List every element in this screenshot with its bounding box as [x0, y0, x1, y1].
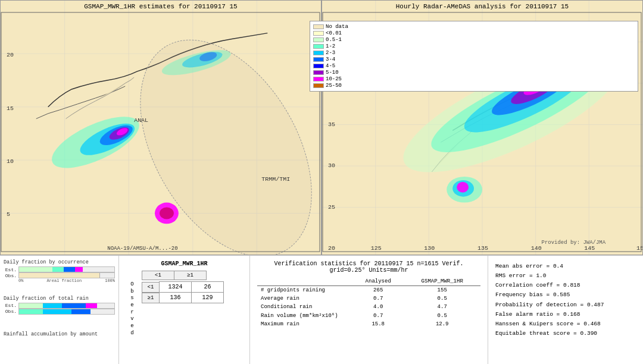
- verif-row-label-2: Conditional rain: [257, 303, 352, 311]
- verif-row-label-4: Maximum rain: [257, 320, 352, 328]
- total-rain-title: Daily fraction of total rain: [4, 296, 115, 302]
- verif-analysed-4: 15.8: [352, 320, 404, 328]
- verif-row-label-1: Average rain: [257, 294, 352, 303]
- est-bar-blue: [64, 267, 75, 272]
- observed-label: Observed: [124, 281, 141, 337]
- legend-001: <0.01: [313, 30, 635, 36]
- legend-color-5-10: [313, 70, 324, 75]
- cell-26: 26: [191, 281, 224, 293]
- legend-color-001: [313, 31, 324, 36]
- col-header-ge1: ≥1: [174, 271, 207, 280]
- svg-text:5: 5: [7, 211, 10, 218]
- legend-color-2-3: [313, 51, 324, 55]
- left-map-title: GSMAP_MWR_1HR estimates for 20110917 15: [84, 3, 237, 10]
- svg-text:35: 35: [328, 121, 335, 128]
- svg-text:20: 20: [7, 52, 14, 58]
- est-label: Est.: [4, 267, 17, 272]
- cell-136: 136: [159, 292, 192, 303]
- verif-analysed-2: 4.0: [352, 303, 404, 311]
- verif-gsmap-1: 0.5: [404, 294, 480, 303]
- legend-no-data: No data: [313, 24, 635, 30]
- legend-3-4: 3-4: [313, 57, 635, 62]
- contingency-title: GSMAP_MWR_1HR: [124, 261, 245, 267]
- stat-7: Equitable threat score = 0.390: [495, 329, 636, 338]
- svg-text:25: 25: [328, 204, 335, 211]
- right-map-title: Hourly Radar-AMeDAS analysis for 2011091…: [396, 3, 569, 10]
- obs-occurrence-bar-row: Obs.: [4, 272, 115, 278]
- obs-rain-label: Obs.: [4, 309, 17, 314]
- svg-text:Provided by: JWA/JMA: Provided by: JWA/JMA: [542, 240, 606, 246]
- svg-text:30: 30: [328, 162, 335, 169]
- table-row: Conditional rain 4.0 4.7: [257, 303, 480, 311]
- obs-rain-bar-row: Obs.: [4, 309, 115, 315]
- legend-color-1-2: [313, 44, 324, 49]
- col-header-lt1: <1: [142, 271, 174, 280]
- svg-text:145: 145: [584, 245, 595, 252]
- verif-title: Verification statistics for 20110917 15 …: [257, 261, 480, 274]
- svg-text:130: 130: [424, 245, 435, 252]
- obs-label: Obs.: [4, 273, 17, 278]
- est-bar-cyan1: [52, 267, 64, 272]
- verif-row-label-3: Rain volume (mm*km²x10⁶): [257, 311, 352, 320]
- svg-text:135: 135: [477, 245, 488, 252]
- legend-color-4-5: [313, 64, 324, 68]
- legend-1-2: 1-2: [313, 43, 635, 49]
- verif-analysed-0: 265: [352, 286, 404, 295]
- stat-5: False alarm ratio = 0.168: [495, 310, 636, 319]
- verif-analysed-1: 0.7: [352, 294, 404, 303]
- legend-4-5: 4-5: [313, 63, 635, 69]
- stat-0: Mean abs error = 0.4: [495, 262, 636, 271]
- est-occurrence-bar-row: Est.: [4, 266, 115, 272]
- svg-text:15: 15: [7, 105, 14, 112]
- svg-text:125: 125: [371, 245, 382, 252]
- occurrence-axis: 0% Areal fraction 100%: [18, 278, 115, 283]
- verif-row-label-0: # gridpoints raining: [257, 286, 352, 295]
- left-map-panel: GSMAP_MWR_1HR estimates for 20110917 15: [0, 0, 322, 255]
- verif-gsmap-3: 0.5: [404, 311, 480, 320]
- verif-gsmap-2: 4.7: [404, 303, 480, 311]
- legend-25-50: 25-50: [313, 83, 635, 89]
- verif-gsmap-0: 155: [404, 286, 480, 295]
- legend-color-3-4: [313, 57, 324, 62]
- est-rain-bar4: [86, 303, 97, 308]
- legend-color-05-1: [313, 37, 324, 42]
- main-container: GSMAP_MWR_1HR estimates for 20110917 15: [0, 0, 643, 364]
- cell-1324: 1324: [159, 281, 192, 293]
- obs-rain-bar3: [71, 309, 90, 314]
- maps-row: GSMAP_MWR_1HR estimates for 20110917 15: [0, 0, 643, 256]
- verification-panel: Verification statistics for 20110917 15 …: [250, 256, 488, 364]
- svg-text:10: 10: [7, 158, 14, 165]
- row-header-ge1: ≥1: [142, 293, 160, 303]
- svg-point-47: [160, 208, 174, 219]
- occurrence-chart-title: Daily fraction by occurrence: [4, 259, 115, 265]
- est-rain-label: Est.: [4, 303, 17, 308]
- est-rain-track: [18, 303, 115, 309]
- est-bar-green: [19, 267, 52, 272]
- est-rain-bar2: [43, 303, 62, 308]
- obs-rain-track: [18, 309, 115, 315]
- row-header-lt1: <1: [142, 282, 160, 293]
- svg-text:ANAL: ANAL: [134, 117, 148, 124]
- legend-05-1: 0.5-1: [313, 37, 635, 43]
- cell-129: 129: [191, 292, 224, 303]
- table-row: Maximum rain 15.8 12.9: [257, 320, 480, 328]
- svg-text:TRMM/TMI: TRMM/TMI: [261, 176, 290, 183]
- est-rain-bar3: [62, 303, 86, 308]
- stats-panel: Mean abs error = 0.4 RMS error = 1.0 Cor…: [488, 256, 643, 364]
- verif-col-label: [257, 277, 352, 286]
- legend-5-10: 5-10: [313, 70, 635, 76]
- rainfall-label: Rainfall accumulation by amount: [4, 331, 115, 337]
- est-bar-track: [18, 266, 115, 272]
- obs-bar-tan: [19, 273, 100, 278]
- legend: No data <0.01 0.5-1 1-2 2-3 3-4: [310, 21, 638, 92]
- legend-2-3: 2-3: [313, 50, 635, 56]
- occurrence-chart-section: Daily fraction by occurrence Est. Ob: [4, 259, 115, 290]
- contingency-panel: GSMAP_MWR_1HR <1 ≥1 Observed <1: [119, 256, 250, 364]
- svg-text:20: 20: [328, 245, 335, 252]
- total-rain-chart-section: Daily fraction of total rain Est. Obs.: [4, 296, 115, 326]
- obs-rain-bar2: [43, 309, 71, 314]
- legend-color-10-25: [313, 77, 324, 81]
- verif-table: Analysed GSMAP_MWR_1HR # gridpoints rain…: [257, 277, 480, 328]
- verif-gsmap-4: 12.9: [404, 320, 480, 328]
- verif-col-analysed: Analysed: [352, 277, 404, 286]
